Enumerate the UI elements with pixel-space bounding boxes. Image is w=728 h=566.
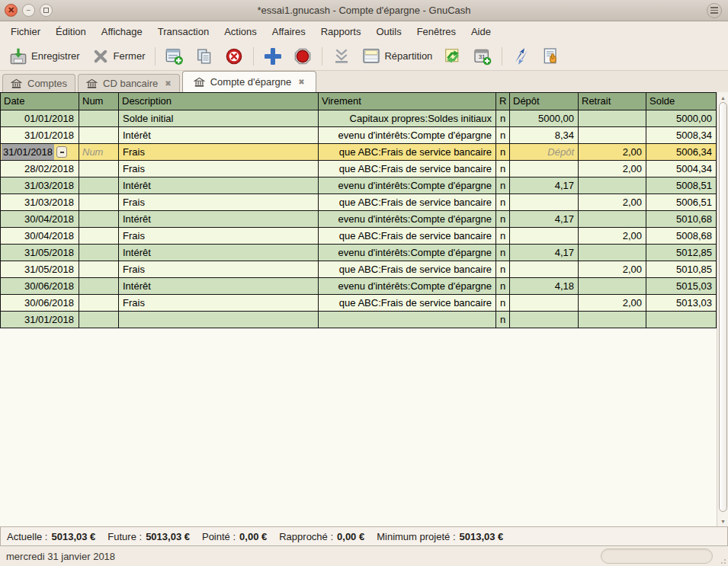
cell-num[interactable] bbox=[79, 245, 119, 261]
cell-depot[interactable]: 4,17 bbox=[510, 211, 579, 227]
table-row[interactable]: 31/05/2018Fraisque ABC:Frais de service … bbox=[1, 261, 717, 278]
cell-retrait[interactable] bbox=[579, 127, 646, 143]
table-row[interactable]: 28/02/2018Fraisque ABC:Frais de service … bbox=[1, 161, 717, 177]
cell-description[interactable]: Intérêt bbox=[119, 278, 319, 294]
cell-num[interactable] bbox=[79, 110, 119, 126]
cell-description[interactable]: Intérêt bbox=[119, 245, 319, 261]
new-transaction-button[interactable] bbox=[161, 44, 188, 69]
window-menu-button[interactable] bbox=[707, 3, 722, 18]
window-minimize-button[interactable]: − bbox=[22, 4, 35, 17]
cell-retrait[interactable]: 2,00 bbox=[579, 161, 646, 177]
cell-date[interactable]: 28/02/2018 bbox=[1, 161, 79, 177]
menu-fenetres[interactable]: Fenêtres bbox=[409, 23, 463, 40]
cell-num[interactable] bbox=[79, 211, 119, 227]
cell-date[interactable]: 31/01/2018 bbox=[1, 127, 79, 143]
cell-num[interactable] bbox=[79, 312, 119, 328]
cell-virement[interactable]: que ABC:Frais de service bancaire bbox=[319, 161, 496, 177]
cell-solde[interactable]: 5010,85 bbox=[646, 261, 717, 277]
col-num[interactable]: Num bbox=[79, 93, 119, 110]
cell-retrait[interactable]: 2,00 bbox=[579, 144, 646, 160]
cell-description[interactable]: Solde initial bbox=[119, 110, 319, 126]
cell-num[interactable] bbox=[79, 127, 119, 143]
cell-depot[interactable] bbox=[510, 312, 579, 328]
blank-transaction-button[interactable] bbox=[328, 44, 355, 69]
cell-date[interactable]: 31/05/2018 bbox=[1, 261, 79, 277]
col-retrait[interactable]: Retrait bbox=[579, 93, 646, 110]
cell-reconciled[interactable]: n bbox=[496, 211, 510, 227]
cell-depot[interactable]: 4,17 bbox=[510, 177, 579, 193]
tab-close-icon[interactable]: ✖ bbox=[163, 79, 171, 88]
table-row[interactable]: 30/06/2018Intérêtevenu d'intérêts:Compte… bbox=[1, 278, 717, 295]
cell-num[interactable] bbox=[79, 278, 119, 294]
scrollbar-thumb[interactable] bbox=[719, 102, 727, 512]
cell-num[interactable]: Num bbox=[79, 144, 119, 160]
cell-description[interactable]: Intérêt bbox=[119, 211, 319, 227]
cell-depot[interactable]: 5000,00 bbox=[510, 110, 579, 126]
date-input-selected[interactable]: 31/01/2018 bbox=[2, 144, 54, 160]
cancel-button[interactable] bbox=[289, 44, 316, 69]
cell-depot[interactable]: 8,34 bbox=[510, 127, 579, 143]
cell-date[interactable]: 31/03/2018 bbox=[1, 194, 79, 210]
cell-description[interactable]: Frais bbox=[119, 261, 319, 277]
cell-depot[interactable] bbox=[510, 295, 579, 311]
cell-depot[interactable] bbox=[510, 228, 579, 244]
table-row[interactable]: 30/06/2018Fraisque ABC:Frais de service … bbox=[1, 295, 717, 312]
cell-retrait[interactable]: 2,00 bbox=[579, 295, 646, 311]
cell-solde[interactable]: 5000,00 bbox=[646, 110, 717, 126]
cell-description[interactable]: Frais bbox=[119, 161, 319, 177]
cell-retrait[interactable]: 2,00 bbox=[579, 228, 646, 244]
cell-depot[interactable] bbox=[510, 161, 579, 177]
cell-virement[interactable]: evenu d'intérêts:Compte d'épargne bbox=[319, 278, 496, 294]
cell-reconciled[interactable]: n bbox=[496, 127, 510, 143]
save-button[interactable]: Enregistrer bbox=[5, 44, 85, 69]
delete-button[interactable] bbox=[220, 44, 248, 69]
cell-num[interactable] bbox=[79, 228, 119, 244]
cell-solde[interactable]: 5006,51 bbox=[646, 194, 717, 210]
split-button[interactable]: Répartition bbox=[358, 44, 437, 69]
cell-reconciled[interactable]: n bbox=[496, 194, 510, 210]
cell-virement[interactable]: que ABC:Frais de service bancaire bbox=[319, 228, 496, 244]
cell-date[interactable]: 31/03/2018 bbox=[1, 177, 79, 193]
cell-solde[interactable]: 5015,03 bbox=[646, 278, 717, 294]
cell-virement[interactable]: que ABC:Frais de service bancaire bbox=[319, 261, 496, 277]
cell-num[interactable] bbox=[79, 295, 119, 311]
col-solde[interactable]: Solde bbox=[646, 93, 717, 110]
jump-button[interactable] bbox=[508, 44, 535, 69]
menu-outils[interactable]: Outils bbox=[368, 23, 409, 40]
cell-date[interactable]: 31/01/2018 bbox=[1, 312, 79, 328]
cell-virement[interactable]: que ABC:Frais de service bancaire bbox=[319, 194, 496, 210]
table-row[interactable]: 31/03/2018Intérêtevenu d'intérêts:Compte… bbox=[1, 177, 717, 194]
cell-retrait[interactable]: 2,00 bbox=[579, 194, 646, 210]
cell-retrait[interactable] bbox=[579, 278, 646, 294]
duplicate-button[interactable] bbox=[191, 44, 218, 69]
cell-date[interactable]: 01/01/2018 bbox=[1, 110, 79, 126]
cell-reconciled[interactable]: n bbox=[496, 295, 510, 311]
menu-affichage[interactable]: Affichage bbox=[94, 23, 150, 40]
cell-virement[interactable]: que ABC:Frais de service bancaire bbox=[319, 295, 496, 311]
cell-virement[interactable]: evenu d'intérêts:Compte d'épargne bbox=[319, 177, 496, 193]
cell-date[interactable]: 31/05/2018 bbox=[1, 245, 79, 261]
tab-cd-bancaire[interactable]: CD bancaire ✖ bbox=[78, 74, 180, 92]
cell-date[interactable]: 30/06/2018 bbox=[1, 278, 79, 294]
cell-date[interactable]: 31/01/2018 bbox=[1, 144, 79, 160]
table-row[interactable]: 30/04/2018Intérêtevenu d'intérêts:Compte… bbox=[1, 211, 717, 228]
cell-description[interactable]: Frais bbox=[119, 144, 319, 160]
cell-reconciled[interactable]: n bbox=[496, 312, 510, 328]
cell-reconciled[interactable]: n bbox=[496, 228, 510, 244]
window-maximize-button[interactable] bbox=[40, 4, 53, 17]
cell-virement[interactable]: evenu d'intérêts:Compte d'épargne bbox=[319, 127, 496, 143]
cell-num[interactable] bbox=[79, 161, 119, 177]
cell-depot[interactable] bbox=[510, 261, 579, 277]
cell-solde[interactable]: 5008,68 bbox=[646, 228, 717, 244]
menu-fichier[interactable]: Fichier bbox=[3, 23, 48, 40]
cell-reconciled[interactable]: n bbox=[496, 278, 510, 294]
tab-comptes[interactable]: Comptes bbox=[2, 74, 75, 92]
cell-retrait[interactable] bbox=[579, 177, 646, 193]
cell-depot[interactable]: 4,17 bbox=[510, 245, 579, 261]
cell-virement[interactable]: evenu d'intérêts:Compte d'épargne bbox=[319, 245, 496, 261]
cell-description[interactable]: Intérêt bbox=[119, 177, 319, 193]
cell-description[interactable]: Frais bbox=[119, 228, 319, 244]
scroll-up-icon[interactable]: ▲ bbox=[718, 93, 728, 102]
cell-retrait[interactable] bbox=[579, 211, 646, 227]
cell-description[interactable]: Frais bbox=[119, 295, 319, 311]
